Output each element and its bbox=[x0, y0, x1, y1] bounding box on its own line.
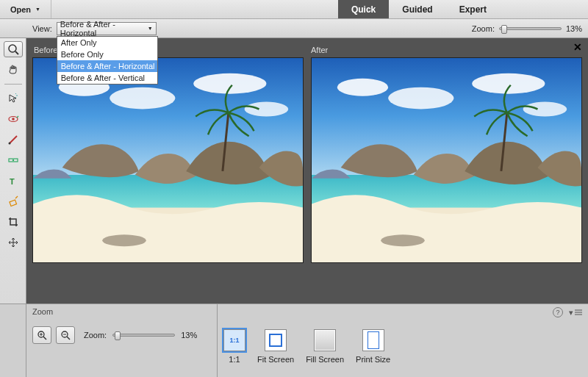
zoom-label-bottom: Zoom: bbox=[84, 331, 107, 340]
level-tool[interactable] bbox=[4, 152, 23, 168]
tab-quick[interactable]: Quick bbox=[338, 0, 389, 18]
eye-tool[interactable] bbox=[4, 111, 23, 127]
svg-text:T: T bbox=[10, 177, 15, 186]
after-image bbox=[312, 58, 581, 262]
options-bar: View: Before & After - Horizontal ▼ Afte… bbox=[0, 19, 588, 38]
brush-tool[interactable] bbox=[4, 132, 23, 148]
bottom-left-gutter bbox=[0, 304, 26, 377]
before-image bbox=[33, 58, 303, 262]
view-label: View: bbox=[32, 24, 52, 33]
svg-point-8 bbox=[12, 159, 13, 161]
svg-point-25 bbox=[523, 102, 567, 117]
fill-screen-label: Fill Screen bbox=[306, 355, 344, 364]
view-dropdown[interactable]: Before & After - Horizontal ▼ After Only… bbox=[57, 22, 157, 35]
fit-screen-label: Fit Screen bbox=[257, 355, 294, 364]
hand-tool[interactable] bbox=[4, 62, 23, 78]
before-pane[interactable] bbox=[32, 57, 304, 263]
svg-line-5 bbox=[10, 136, 17, 143]
svg-line-35 bbox=[67, 337, 70, 340]
zoom-value-top: 13% bbox=[566, 24, 582, 33]
print-size-label: Print Size bbox=[356, 355, 390, 364]
svg-point-16 bbox=[245, 102, 289, 117]
chevron-down-icon: ▼ bbox=[148, 26, 153, 31]
tab-expert[interactable]: Expert bbox=[446, 0, 500, 18]
after-pane[interactable] bbox=[311, 57, 582, 263]
svg-line-11 bbox=[15, 196, 18, 198]
view-option-before-only[interactable]: Before Only bbox=[57, 49, 157, 60]
fit-screen-button[interactable] bbox=[265, 329, 287, 351]
tab-spacer bbox=[500, 0, 588, 18]
remove-tool[interactable] bbox=[4, 193, 23, 209]
zoom-label-top: Zoom: bbox=[472, 24, 495, 33]
print-size-button[interactable] bbox=[362, 329, 384, 351]
zoom-out-button[interactable] bbox=[56, 326, 75, 344]
view-option-bav[interactable]: Before & After - Vertical bbox=[57, 72, 157, 84]
svg-point-6 bbox=[8, 143, 10, 145]
help-icon[interactable]: ? bbox=[553, 307, 563, 317]
slider-thumb[interactable] bbox=[115, 331, 121, 340]
fit-1to1-label: 1:1 bbox=[229, 355, 240, 364]
zoom-group-top: Zoom: 13% bbox=[472, 24, 582, 33]
fit-1to1-button[interactable]: 1:1 bbox=[223, 329, 245, 351]
zoom-panel-title: Zoom bbox=[32, 307, 53, 316]
type-tool[interactable]: T bbox=[4, 173, 23, 189]
zoom-in-button[interactable] bbox=[32, 326, 51, 344]
after-label: After bbox=[311, 46, 581, 54]
svg-point-23 bbox=[388, 87, 453, 109]
close-icon[interactable]: ✕ bbox=[573, 41, 582, 53]
zoom-tool[interactable] bbox=[4, 41, 23, 57]
move-tool[interactable] bbox=[4, 234, 23, 251]
panel-menu-icon[interactable]: ▾ bbox=[569, 308, 582, 317]
svg-point-22 bbox=[337, 79, 388, 96]
top-bar: Open ▼ Quick Guided Expert bbox=[0, 0, 588, 19]
selection-tool[interactable] bbox=[4, 90, 23, 107]
bottom-panel: Zoom Zoom: 13% ? ▾ 1:1 1:1 bbox=[0, 304, 588, 377]
slider-thumb[interactable] bbox=[501, 25, 507, 34]
view-option-after-only[interactable]: After Only bbox=[57, 37, 157, 49]
svg-point-15 bbox=[193, 73, 266, 94]
chevron-down-icon: ▼ bbox=[35, 7, 40, 12]
svg-point-29 bbox=[381, 234, 425, 246]
svg-point-3 bbox=[12, 118, 15, 121]
tool-separator bbox=[4, 84, 22, 85]
zoom-slider-bottom[interactable] bbox=[112, 334, 175, 337]
view-dropdown-list: After Only Before Only Before & After - … bbox=[57, 36, 158, 85]
svg-line-4 bbox=[17, 116, 18, 118]
svg-line-1 bbox=[15, 51, 18, 54]
mode-tabs: Quick Guided Expert bbox=[338, 0, 588, 18]
tab-guided[interactable]: Guided bbox=[389, 0, 445, 18]
svg-rect-10 bbox=[9, 200, 16, 206]
toolbox: T bbox=[0, 38, 26, 304]
view-option-bah[interactable]: Before & After - Horizontal bbox=[57, 60, 157, 72]
fill-screen-button[interactable] bbox=[314, 329, 336, 351]
svg-point-0 bbox=[9, 45, 16, 52]
open-label: Open bbox=[10, 5, 31, 14]
zoom-panel: Zoom Zoom: 13% bbox=[26, 304, 218, 377]
svg-point-14 bbox=[110, 87, 175, 109]
zoom-value-bottom: 13% bbox=[181, 331, 197, 340]
svg-point-24 bbox=[472, 73, 545, 94]
svg-point-20 bbox=[102, 234, 146, 246]
svg-line-31 bbox=[43, 337, 46, 340]
view-dropdown-value: Before & After - Horizontal bbox=[60, 20, 148, 37]
fit-panel: ? ▾ 1:1 1:1 Fit Screen Fill Screen Print… bbox=[218, 304, 588, 377]
crop-tool[interactable] bbox=[4, 214, 23, 230]
zoom-slider-top[interactable] bbox=[499, 27, 562, 30]
open-menu[interactable]: Open ▼ bbox=[0, 0, 51, 18]
